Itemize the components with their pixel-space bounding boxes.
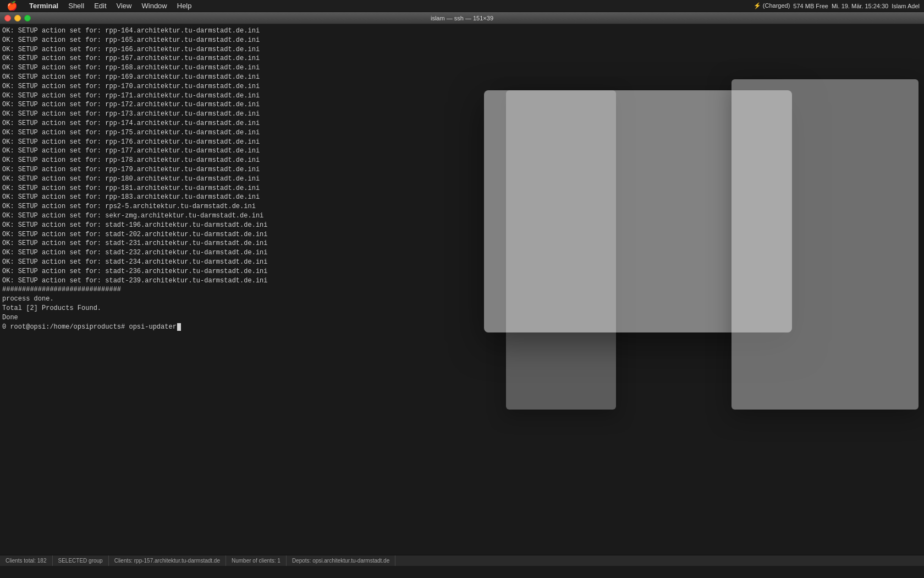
terminal-line: OK: SETUP action set for: rpp-183.archit… (2, 193, 922, 202)
terminal-window[interactable]: OK: SETUP action set for: rpp-164.archit… (0, 24, 924, 566)
statusbar-clients-host: Clients: rpp-157.architektur.tu-darmstad… (109, 555, 226, 566)
statusbar-clients-total: Clients total: 182 (0, 555, 53, 566)
terminal-prompt-text: 0 root@opsi:/home/opsiproducts# (2, 323, 129, 332)
terminal-cursor (177, 323, 181, 331)
terminal-line: OK: SETUP action set for: rpp-164.archit… (2, 26, 922, 36)
terminal-prompt-line: 0 root@opsi:/home/opsiproducts# opsi-upd… (2, 323, 922, 332)
terminal-line: OK: SETUP action set for: rpp-179.archit… (2, 165, 922, 175)
terminal-line: OK: SETUP action set for: rpp-166.archit… (2, 45, 922, 54)
terminal-line: OK: SETUP action set for: stadt-236.arch… (2, 267, 922, 276)
menu-left: 🍎 Terminal Shell Edit View Window Help (0, 0, 197, 12)
statusbar-num-clients: Number of clients: 1 (226, 555, 287, 566)
terminal-line: Total [2] Products Found. (2, 304, 922, 313)
terminal-line: OK: SETUP action set for: rpp-181.archit… (2, 184, 922, 193)
terminal-line: OK: SETUP action set for: stadt-232.arch… (2, 248, 922, 258)
terminal-line: OK: SETUP action set for: rpp-172.archit… (2, 100, 922, 110)
terminal-line: OK: SETUP action set for: stadt-196.arch… (2, 221, 922, 230)
terminal-line: OK: SETUP action set for: rpp-177.archit… (2, 146, 922, 156)
menu-right: ⚡ (Charged) 574 MB Free Mi. 19. Mär. 15:… (754, 2, 924, 9)
menu-terminal[interactable]: Terminal (24, 0, 63, 12)
terminal-line: process done. (2, 295, 922, 304)
maximize-button[interactable] (24, 15, 31, 21)
terminal-line: OK: SETUP action set for: rpp-178.archit… (2, 156, 922, 165)
window-title: islam — ssh — 151×39 (431, 15, 493, 21)
terminal-line: OK: SETUP action set for: stadt-202.arch… (2, 230, 922, 239)
close-button[interactable] (4, 15, 11, 21)
terminal-line: OK: SETUP action set for: rpp-180.archit… (2, 175, 922, 184)
menubar: 🍎 Terminal Shell Edit View Window Help ⚡… (0, 0, 924, 12)
statusbar-selected-group: SELECTED group (53, 555, 109, 566)
menu-view[interactable]: View (112, 0, 137, 12)
terminal-line: OK: SETUP action set for: stadt-239.arch… (2, 276, 922, 286)
menu-help[interactable]: Help (172, 0, 197, 12)
battery-status: ⚡ (Charged) (754, 2, 790, 9)
datetime-display: Mi. 19. Mär. 15:24:30 (832, 3, 888, 9)
terminal-line: Done (2, 313, 922, 323)
traffic-lights (0, 15, 31, 21)
terminal-line: OK: SETUP action set for: rpp-173.archit… (2, 110, 922, 119)
terminal-line: OK: SETUP action set for: rpp-175.archit… (2, 128, 922, 138)
memory-status: 574 MB Free (793, 3, 828, 9)
terminal-line: OK: SETUP action set for: rpp-167.archit… (2, 54, 922, 63)
minimize-button[interactable] (14, 15, 21, 21)
terminal-content: OK: SETUP action set for: rpp-164.archit… (0, 24, 924, 555)
menu-edit[interactable]: Edit (89, 0, 111, 12)
terminal-command-text: opsi-updater (129, 323, 176, 332)
menu-shell[interactable]: Shell (63, 0, 89, 12)
terminal-line: OK: SETUP action set for: rps2-5.archite… (2, 202, 922, 211)
terminal-line: OK: SETUP action set for: rpp-165.archit… (2, 36, 922, 45)
terminal-line: OK: SETUP action set for: rpp-174.archit… (2, 119, 922, 128)
terminal-line: ############################## (2, 285, 922, 295)
terminal-line: OK: SETUP action set for: rpp-171.archit… (2, 91, 922, 101)
terminal-line: OK: SETUP action set for: stadt-234.arch… (2, 258, 922, 267)
statusbar-depots: Depots: opsi.architektur.tu-darmstadt.de (287, 555, 395, 566)
terminal-line: OK: SETUP action set for: sekr-zmg.archi… (2, 211, 922, 221)
terminal-line: OK: SETUP action set for: stadt-231.arch… (2, 239, 922, 248)
terminal-line: OK: SETUP action set for: rpp-168.archit… (2, 63, 922, 73)
user-display: Islam Adel (892, 3, 920, 9)
terminal-line: OK: SETUP action set for: rpp-176.archit… (2, 138, 922, 147)
window-titlebar: islam — ssh — 151×39 (0, 12, 924, 24)
statusbar: Clients total: 182 SELECTED group Client… (0, 555, 924, 566)
menu-window[interactable]: Window (137, 0, 172, 12)
terminal-line: OK: SETUP action set for: rpp-170.archit… (2, 82, 922, 91)
apple-menu[interactable]: 🍎 (0, 0, 24, 12)
terminal-line: OK: SETUP action set for: rpp-169.archit… (2, 73, 922, 82)
